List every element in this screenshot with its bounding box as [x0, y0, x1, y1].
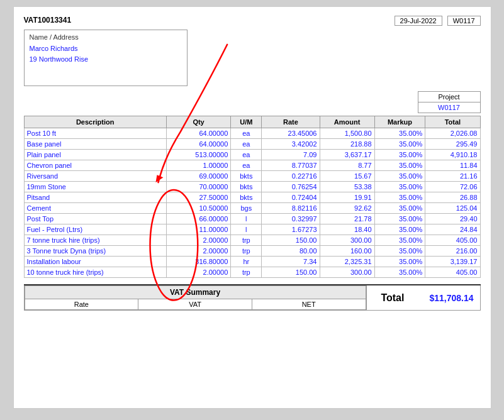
total-value: $11,708.14: [429, 293, 473, 303]
table-cell: 0.72404: [262, 192, 320, 203]
vat-summary-header: VAT Summary: [25, 285, 366, 299]
table-cell: 4,910.18: [425, 150, 480, 160]
table-cell: 35.00%: [374, 246, 425, 257]
table-row: Pitsand27.50000bkts0.7240419.9135.00%26.…: [24, 192, 480, 203]
col-rate: Rate: [262, 116, 320, 128]
project-box: Project W0117: [418, 91, 481, 113]
table-cell: ea: [231, 128, 262, 139]
table-row: Plain panel513.00000ea7.093,637.1735.00%…: [24, 150, 480, 160]
table-row: 3 Tonne truck Dyna (trips)2.00000trp80.0…: [24, 246, 480, 257]
project-value: W0117: [418, 102, 480, 113]
vat-summary-cols: Rate VAT NET: [25, 299, 366, 310]
table-cell: 15.67: [320, 171, 374, 182]
table-cell: 3.42002: [262, 139, 320, 150]
table-cell: 405.00: [425, 267, 480, 278]
table-cell: 35.00%: [374, 139, 425, 150]
table-cell: 8.82116: [262, 203, 320, 214]
table-row: Riversand69.00000bkts0.2271615.6735.00%2…: [24, 171, 480, 182]
table-cell: 3,637.17: [320, 150, 374, 160]
table-cell: Post 10 ft: [24, 128, 166, 139]
project-label: Project: [418, 92, 480, 102]
table-cell: 125.04: [425, 203, 480, 214]
address-content: Marco Richards 19 Northwood Rise: [30, 43, 182, 64]
table-cell: 300.00: [320, 267, 374, 278]
table-cell: 80.00: [262, 246, 320, 257]
table-header-row: Description Qty U/M Rate Amount Markup T…: [24, 116, 480, 128]
address-box: Name / Address Marco Richards 19 Northwo…: [24, 30, 188, 86]
table-cell: ea: [231, 139, 262, 150]
table-cell: 11.00000: [166, 224, 230, 235]
col-total: Total: [425, 116, 480, 128]
footer-area: VAT Summary Rate VAT NET Total $11,708.1…: [24, 284, 481, 311]
table-cell: Post Top: [24, 214, 166, 224]
invoice-ref: W0117: [447, 16, 481, 26]
table-cell: bkts: [231, 171, 262, 182]
vat-col-net: NET: [252, 299, 366, 309]
table-cell: 1,500.80: [320, 128, 374, 139]
table-cell: 21.78: [320, 214, 374, 224]
table-cell: 7.09: [262, 150, 320, 160]
table-cell: 35.00%: [374, 224, 425, 235]
table-row: 10 tonne truck hire (trips)2.00000trp150…: [24, 267, 480, 278]
table-cell: 24.84: [425, 224, 480, 235]
table-cell: 3 Tonne truck Dyna (trips): [24, 246, 166, 257]
col-qty: Qty: [166, 116, 230, 128]
table-cell: Installation labour: [24, 257, 166, 267]
table-cell: 35.00%: [374, 171, 425, 182]
col-description: Description: [24, 116, 166, 128]
table-cell: 2,325.31: [320, 257, 374, 267]
table-cell: 35.00%: [374, 235, 425, 246]
table-cell: 513.00000: [166, 150, 230, 160]
invoice-date: 29-Jul-2022: [395, 16, 442, 26]
table-row: Installation labour316.80000hr7.342,325.…: [24, 257, 480, 267]
col-um: U/M: [231, 116, 262, 128]
col-markup: Markup: [374, 116, 425, 128]
table-cell: 405.00: [425, 235, 480, 246]
table-cell: 11.84: [425, 160, 480, 171]
table-cell: 35.00%: [374, 182, 425, 192]
table-cell: 23.45006: [262, 128, 320, 139]
table-cell: bkts: [231, 182, 262, 192]
table-cell: 21.16: [425, 171, 480, 182]
table-cell: Base panel: [24, 139, 166, 150]
table-cell: 19mm Stone: [24, 182, 166, 192]
table-cell: 53.38: [320, 182, 374, 192]
table-cell: 150.00: [262, 235, 320, 246]
table-cell: 0.22716: [262, 171, 320, 182]
vat-col-vat: VAT: [138, 299, 252, 309]
table-cell: 35.00%: [374, 160, 425, 171]
table-cell: bgs: [231, 203, 262, 214]
table-cell: 1.67273: [262, 224, 320, 235]
header-meta: 29-Jul-2022 W0117: [395, 16, 481, 26]
table-cell: 72.06: [425, 182, 480, 192]
table-cell: 216.00: [425, 246, 480, 257]
table-cell: l: [231, 214, 262, 224]
table-row: Post Top66.00000l0.3299721.7835.00%29.40: [24, 214, 480, 224]
table-cell: Plain panel: [24, 150, 166, 160]
table-cell: 3,139.17: [425, 257, 480, 267]
table-cell: 7.34: [262, 257, 320, 267]
vat-summary-section: VAT Summary Rate VAT NET: [25, 285, 367, 310]
table-row: 7 tonne truck hire (trips)2.00000trp150.…: [24, 235, 480, 246]
table-cell: ea: [231, 150, 262, 160]
table-cell: 35.00%: [374, 257, 425, 267]
table-cell: 2.00000: [166, 246, 230, 257]
table-cell: trp: [231, 246, 262, 257]
table-cell: bkts: [231, 192, 262, 203]
table-cell: 7 tonne truck hire (trips): [24, 235, 166, 246]
table-cell: 64.00000: [166, 139, 230, 150]
table-cell: Chevron panel: [24, 160, 166, 171]
project-box-row: Project W0117: [24, 91, 481, 113]
table-cell: 218.88: [320, 139, 374, 150]
table-cell: ea: [231, 160, 262, 171]
table-cell: l: [231, 224, 262, 235]
table-cell: 316.80000: [166, 257, 230, 267]
total-section: Total $11,708.14: [367, 285, 480, 310]
table-cell: 0.32997: [262, 214, 320, 224]
table-cell: trp: [231, 267, 262, 278]
table-cell: 2,026.08: [425, 128, 480, 139]
table-cell: 35.00%: [374, 150, 425, 160]
table-cell: 1.00000: [166, 160, 230, 171]
table-cell: 69.00000: [166, 171, 230, 182]
table-cell: 18.40: [320, 224, 374, 235]
